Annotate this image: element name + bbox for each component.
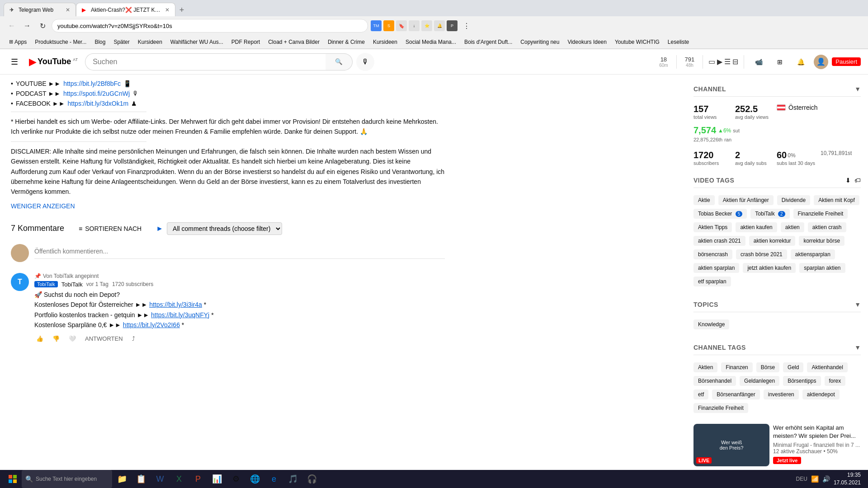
- channel-tag-borse[interactable]: Börse: [756, 362, 779, 372]
- bookmark-7[interactable]: Cload + Canva Bilder: [264, 38, 323, 46]
- bookmark-15[interactable]: Leseliste: [664, 38, 693, 46]
- video-tag-anfanger[interactable]: Aktien für Anfänger: [718, 195, 774, 205]
- comment-line3-link[interactable]: https://bit.ly/3uqNFYj: [151, 311, 209, 319]
- bookmark-9[interactable]: Kursideen: [369, 38, 401, 46]
- video-tag-finanzielle[interactable]: Finanzielle Freiheit: [793, 209, 848, 219]
- video-tag-jetzt[interactable]: jetzt aktien kaufen: [743, 263, 796, 273]
- ext-icon-4[interactable]: ↓: [409, 20, 420, 31]
- video-tag-tobias[interactable]: Tobias Becker 5: [693, 209, 747, 219]
- reload-button[interactable]: ↻: [36, 19, 49, 32]
- youtube-logo[interactable]: ▶ YouTube AT: [29, 56, 78, 68]
- video-tag-crash[interactable]: aktien crash: [808, 222, 846, 232]
- like-button[interactable]: 👍: [34, 333, 45, 344]
- ext-icon-7[interactable]: P: [447, 20, 458, 31]
- jetzt-live-button[interactable]: Jetzt live: [773, 457, 801, 464]
- comment-input[interactable]: [34, 244, 445, 259]
- bookmark-8[interactable]: Dinner & Crime: [324, 38, 368, 46]
- channel-tag-borsena[interactable]: Börsenanfänger: [712, 389, 760, 399]
- taskbar-clock[interactable]: 19:35 17.05.2021: [834, 471, 861, 487]
- desc-facebook-link[interactable]: https://bit.ly/3dxOk1m: [68, 100, 129, 107]
- topic-knowledge[interactable]: Knowledge: [693, 319, 729, 329]
- bookmark-1[interactable]: Produktsuche - Mer...: [31, 38, 90, 46]
- bookmark-10[interactable]: Social Media Mana...: [402, 38, 460, 46]
- search-button[interactable]: 🔍: [326, 53, 353, 70]
- video-tag-kaufen[interactable]: aktien kaufen: [736, 222, 777, 232]
- apps-grid-button[interactable]: ⊞: [772, 56, 788, 68]
- bookmark-14[interactable]: Youtube WICHTIG: [611, 38, 663, 46]
- channel-tag-investieren[interactable]: investieren: [764, 389, 799, 399]
- theater-icon[interactable]: ⊟: [732, 57, 738, 66]
- channel-tag-finanzen[interactable]: Finanzen: [721, 362, 752, 372]
- ext-icon-6[interactable]: 🔔: [434, 20, 445, 31]
- user-avatar[interactable]: 👤: [814, 55, 828, 69]
- tab-telegram-close[interactable]: ✕: [66, 7, 70, 13]
- comment-author[interactable]: TobiTalk: [61, 281, 83, 288]
- taskbar-edge[interactable]: e: [265, 470, 283, 488]
- bookmark-2[interactable]: Blog: [91, 38, 109, 46]
- hamburger-menu[interactable]: ☰: [7, 53, 22, 70]
- channel-tag-geldanlegen[interactable]: Geldanlegen: [740, 376, 779, 386]
- comment-line2-link[interactable]: https://bit.ly/3i3ir4a: [149, 301, 202, 308]
- video-tag-etf[interactable]: etf sparplan: [693, 277, 731, 286]
- taskbar-powerpoint[interactable]: P: [189, 470, 207, 488]
- show-less-button[interactable]: WENIGER ANZEIGEN: [11, 202, 445, 210]
- sort-button[interactable]: ≡ SORTIEREN NACH: [75, 222, 145, 235]
- comment-filter-select[interactable]: All comment threads (choose filter): [167, 222, 282, 235]
- bookmark-12[interactable]: Copywriting neu: [517, 38, 563, 46]
- start-button[interactable]: [4, 470, 22, 488]
- video-tag-crash-borse[interactable]: crash börse 2021: [736, 249, 787, 259]
- bookmark-4[interactable]: Kursideen: [134, 38, 166, 46]
- channel-tag-geld[interactable]: Geld: [783, 362, 803, 372]
- address-input[interactable]: [52, 19, 368, 33]
- ext-icon-3[interactable]: 🔖: [396, 20, 407, 31]
- channel-tag-borsent[interactable]: Börsentipps: [783, 376, 821, 386]
- heart-button[interactable]: 🤍: [67, 333, 78, 344]
- ext-icon-5[interactable]: ⭐: [421, 20, 432, 31]
- channel-tag-forex[interactable]: forex: [825, 376, 846, 386]
- taskbar-app-3[interactable]: 📋: [132, 470, 150, 488]
- video-tag-korrektur-borse[interactable]: korrektur börse: [799, 236, 844, 246]
- rec-video-1[interactable]: Wer weißden Preis? LIVE Wer erhöht sein …: [693, 424, 861, 466]
- channel-expand-icon[interactable]: ▼: [854, 85, 861, 93]
- channel-tags-expand-icon[interactable]: ▼: [854, 344, 861, 351]
- taskbar-chrome[interactable]: 🌐: [246, 470, 264, 488]
- share-comment-button[interactable]: ⤴: [130, 333, 137, 344]
- channel-tag-aktiendepot[interactable]: aktiendepot: [802, 389, 840, 399]
- tab-youtube-close[interactable]: ✕: [165, 7, 170, 13]
- taskbar-app-10[interactable]: 🎧: [303, 470, 321, 488]
- tab-telegram[interactable]: ✈ Telegram Web ✕: [4, 3, 76, 16]
- channel-tag-finanzielle[interactable]: Finanzielle Freiheit: [693, 403, 748, 413]
- video-tag-aktiensparplan[interactable]: aktiensparplan: [791, 249, 835, 259]
- reply-button[interactable]: ANTWORTEN: [83, 333, 125, 344]
- channel-tag-aktien[interactable]: Aktien: [693, 362, 717, 372]
- notifications-button[interactable]: 🔔: [792, 56, 810, 68]
- video-tag-mit-kopf[interactable]: Aktien mit Kopf: [814, 195, 859, 205]
- taskbar-search[interactable]: 🔍 Suche Text hier eingeben: [22, 470, 112, 488]
- video-tag-borsencrash[interactable]: börsencrash: [693, 249, 732, 259]
- search-input[interactable]: [85, 53, 326, 70]
- bookmark-6[interactable]: PDF Report: [228, 38, 264, 46]
- taskbar-app-9[interactable]: 🎵: [284, 470, 302, 488]
- back-button[interactable]: ←: [5, 19, 18, 32]
- dislike-button[interactable]: 👎: [51, 333, 61, 344]
- tab-youtube[interactable]: ▶ Aktien-Crash?❌ JETZT Kaufen o... ✕: [76, 3, 175, 16]
- pause-badge[interactable]: Pausiert: [832, 57, 861, 66]
- taskbar-word[interactable]: W: [151, 470, 169, 488]
- bookmark-11[interactable]: Bois d'Argent Duft...: [461, 38, 516, 46]
- desc-podcast-link[interactable]: https://spoti.fi/2uGCnWj: [63, 90, 130, 97]
- video-tag-sparplan[interactable]: sparplan aktien: [799, 263, 845, 273]
- taskbar-file-manager[interactable]: 📁: [113, 470, 131, 488]
- ext-icon-1[interactable]: TM: [371, 20, 382, 31]
- topics-expand-icon[interactable]: ▼: [854, 301, 861, 308]
- video-tag-tipps[interactable]: Aktien Tipps: [693, 222, 732, 232]
- bookmark-5[interactable]: Wahlfächer WU Aus...: [167, 38, 227, 46]
- taskbar-app-6[interactable]: 📊: [208, 470, 226, 488]
- tag-icon[interactable]: 🏷: [854, 177, 861, 184]
- video-mode-icon[interactable]: ▭: [708, 57, 715, 66]
- bookmark-apps[interactable]: ⊞ Apps: [5, 38, 30, 46]
- channel-tag-aktienhandel[interactable]: Aktienhandel: [807, 362, 847, 372]
- upload-button[interactable]: 📹: [750, 56, 768, 68]
- taskbar-excel[interactable]: X: [170, 470, 188, 488]
- more-options-button[interactable]: ⋮: [460, 19, 473, 32]
- bookmark-13[interactable]: Videokurs Ideen: [564, 38, 610, 46]
